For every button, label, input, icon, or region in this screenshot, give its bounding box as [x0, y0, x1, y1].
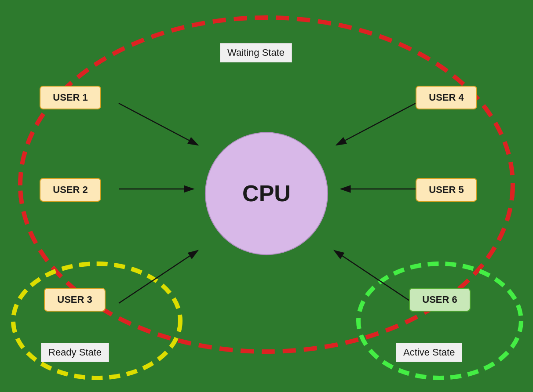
user1-box: USER 1	[40, 86, 101, 109]
user5-box: USER 5	[416, 178, 477, 202]
active-state-label: Active State	[396, 343, 462, 362]
svg-line-9	[119, 250, 198, 303]
cpu-circle: CPU	[205, 132, 328, 255]
svg-line-12	[334, 250, 413, 303]
ready-state-label: Ready State	[41, 343, 109, 362]
user3-box: USER 3	[44, 288, 106, 312]
user4-box: USER 4	[416, 86, 477, 109]
svg-line-10	[336, 103, 416, 145]
diagram-container: CPU USER 1 USER 2 USER 3 USER 4 USER 5 U…	[0, 0, 533, 392]
svg-line-7	[119, 103, 198, 145]
waiting-state-label: Waiting State	[220, 43, 292, 62]
user6-box: USER 6	[409, 288, 471, 312]
cpu-label: CPU	[242, 180, 291, 207]
user2-box: USER 2	[40, 178, 101, 202]
